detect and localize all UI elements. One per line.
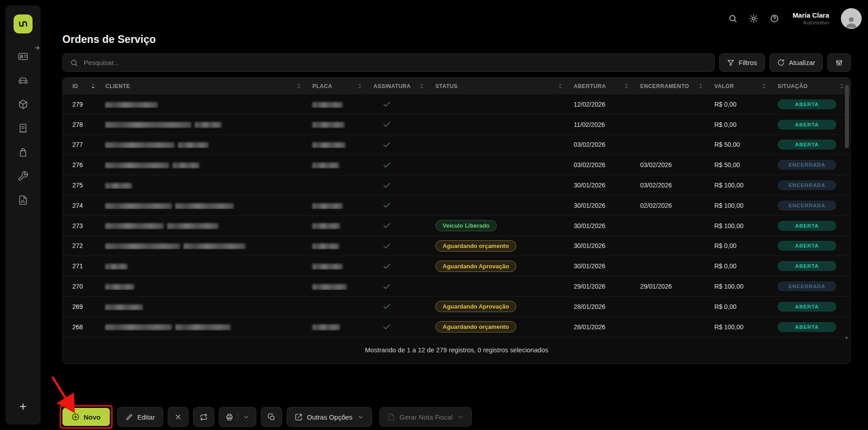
column-header-situacao[interactable]: SITUAÇÃO bbox=[773, 78, 850, 94]
table-row[interactable]: 27811/02/2026R$ 0,00ABERTA bbox=[63, 115, 850, 135]
table-row[interactable]: 271Aguardando Aprovação30/01/2026R$ 0,00… bbox=[63, 256, 850, 276]
reopen-button[interactable] bbox=[193, 407, 214, 427]
car-icon bbox=[18, 75, 28, 86]
search-input[interactable] bbox=[84, 59, 707, 66]
table-scrollbar[interactable]: ▼ bbox=[845, 84, 849, 337]
redacted-client-name bbox=[105, 243, 180, 249]
cancel-button[interactable] bbox=[168, 407, 189, 427]
sort-icon bbox=[624, 83, 629, 89]
scroll-down-icon[interactable]: ▼ bbox=[844, 335, 849, 341]
pencil-icon bbox=[125, 413, 133, 421]
sidebar-item-vehicles[interactable] bbox=[18, 75, 28, 86]
cell-assinatura bbox=[368, 322, 430, 331]
column-header-id[interactable]: ID bbox=[63, 78, 102, 94]
situacao-badge: ABERTA bbox=[778, 99, 836, 109]
print-button[interactable] bbox=[219, 407, 256, 427]
avatar[interactable] bbox=[841, 8, 862, 29]
sidebar-item-services[interactable] bbox=[18, 171, 28, 182]
cell-situacao: ABERTA bbox=[773, 322, 850, 332]
table-row[interactable]: 27912/02/2026R$ 0,00ABERTA bbox=[63, 94, 850, 115]
duplicate-button[interactable] bbox=[261, 407, 282, 427]
refresh-button[interactable]: Atualizar bbox=[769, 53, 823, 72]
sidebar-item-products[interactable] bbox=[18, 99, 28, 110]
situacao-badge: ENCERRADA bbox=[778, 160, 836, 170]
refresh-icon bbox=[777, 59, 785, 66]
cell-placa bbox=[307, 323, 368, 331]
cell-situacao: ABERTA bbox=[773, 140, 850, 150]
sidebar: + bbox=[5, 5, 41, 425]
column-header-placa[interactable]: PLACA bbox=[307, 78, 368, 94]
sidebar-item-reports[interactable] bbox=[18, 195, 28, 206]
signature-check-icon bbox=[382, 201, 391, 210]
column-header-assinatura[interactable]: ASSINATURA bbox=[368, 78, 430, 94]
redacted-plate bbox=[312, 223, 340, 229]
cell-situacao: ENCERRADA bbox=[773, 201, 850, 210]
new-order-button[interactable]: Novo bbox=[62, 408, 110, 426]
sidebar-item-purchases[interactable] bbox=[18, 147, 28, 158]
arrow-right-icon bbox=[33, 44, 41, 51]
signature-check-icon bbox=[382, 181, 391, 190]
table-row[interactable]: 27530/01/202603/02/2026R$ 100,00ENCERRAD… bbox=[63, 175, 850, 196]
file-icon bbox=[387, 413, 395, 421]
page-title: Ordens de Serviço bbox=[62, 33, 156, 46]
chevron-down-icon[interactable] bbox=[243, 414, 250, 421]
sidebar-item-orders[interactable] bbox=[18, 123, 28, 134]
situacao-badge: ABERTA bbox=[778, 140, 836, 150]
column-header-status[interactable]: STATUS bbox=[430, 78, 569, 94]
cell-assinatura bbox=[368, 120, 430, 129]
sidebar-add-button[interactable]: + bbox=[19, 401, 27, 413]
refresh-label: Atualizar bbox=[789, 59, 815, 66]
cell-abertura: 03/02/2026 bbox=[569, 161, 635, 168]
table-controls: Filtros Atualizar bbox=[62, 53, 851, 72]
column-label: PLACA bbox=[312, 83, 332, 89]
filters-label: Filtros bbox=[739, 59, 757, 66]
table-header: ID CLIENTE PLACA ASSINATURA STATUS ABERT… bbox=[63, 78, 850, 94]
column-settings-button[interactable] bbox=[827, 53, 851, 72]
sidebar-expand-button[interactable] bbox=[33, 44, 41, 51]
table-row[interactable]: 268Aguardando orçamento28/01/2026R$ 100,… bbox=[63, 317, 850, 337]
table-row[interactable]: 27430/01/202602/02/2026R$ 100,00ENCERRAD… bbox=[63, 196, 850, 216]
column-label: ABERTURA bbox=[574, 83, 606, 89]
redacted-plate bbox=[312, 163, 339, 168]
cell-valor: R$ 100,00 bbox=[709, 283, 773, 290]
status-badge: Veículo Liberado bbox=[435, 220, 497, 231]
edit-button[interactable]: Editar bbox=[117, 407, 163, 427]
cell-cliente bbox=[102, 303, 307, 310]
global-search-button[interactable] bbox=[728, 14, 737, 23]
table-row[interactable]: 27703/02/2026R$ 50,00ABERTA bbox=[63, 135, 850, 155]
column-header-encerramento[interactable]: ENCERRAMENTO bbox=[635, 78, 709, 94]
table-row[interactable]: 273Veículo Liberado30/01/2026R$ 100,00AB… bbox=[63, 216, 850, 236]
table-row[interactable]: 272Aguardando orçamento30/01/2026R$ 0,00… bbox=[63, 236, 850, 257]
redacted-client-name bbox=[173, 163, 199, 168]
column-header-abertura[interactable]: ABERTURA bbox=[569, 78, 635, 94]
filters-button[interactable]: Filtros bbox=[719, 53, 765, 72]
redacted-client-name bbox=[105, 304, 143, 310]
table-row[interactable]: 27603/02/202603/02/2026R$ 50,00ENCERRADA bbox=[63, 155, 850, 175]
redacted-plate bbox=[312, 102, 343, 108]
signature-check-icon bbox=[382, 282, 391, 291]
cell-situacao: ABERTA bbox=[773, 221, 850, 231]
more-options-button[interactable]: Outras Opções bbox=[287, 407, 372, 427]
more-options-label: Outras Opções bbox=[307, 413, 353, 421]
table-row[interactable]: 27029/01/202629/01/2026R$ 100,00ENCERRAD… bbox=[63, 276, 850, 297]
external-link-icon bbox=[295, 413, 302, 421]
table-row[interactable]: 269Aguardando Aprovação28/01/2026R$ 0,00… bbox=[63, 297, 850, 317]
redacted-client-name bbox=[105, 324, 172, 330]
cell-abertura: 12/02/2026 bbox=[569, 101, 635, 108]
cell-status: Aguardando orçamento bbox=[430, 240, 569, 252]
app-logo[interactable] bbox=[14, 14, 33, 33]
sidebar-item-clients[interactable] bbox=[18, 51, 28, 62]
cell-abertura: 29/01/2026 bbox=[569, 283, 635, 290]
scrollbar-thumb[interactable] bbox=[845, 85, 849, 148]
sort-icon bbox=[840, 83, 844, 89]
cell-abertura: 30/01/2026 bbox=[569, 242, 635, 249]
cell-situacao: ENCERRADA bbox=[773, 281, 850, 291]
generate-invoice-button[interactable]: Gerar Nota Fiscal bbox=[379, 407, 472, 427]
cell-id: 276 bbox=[63, 161, 102, 168]
theme-toggle-button[interactable] bbox=[749, 14, 758, 23]
column-header-cliente[interactable]: CLIENTE bbox=[102, 78, 307, 94]
search-icon bbox=[728, 14, 737, 23]
column-header-valor[interactable]: VALOR bbox=[709, 78, 773, 94]
cell-abertura: 11/02/2026 bbox=[569, 121, 635, 128]
help-button[interactable] bbox=[770, 14, 779, 23]
